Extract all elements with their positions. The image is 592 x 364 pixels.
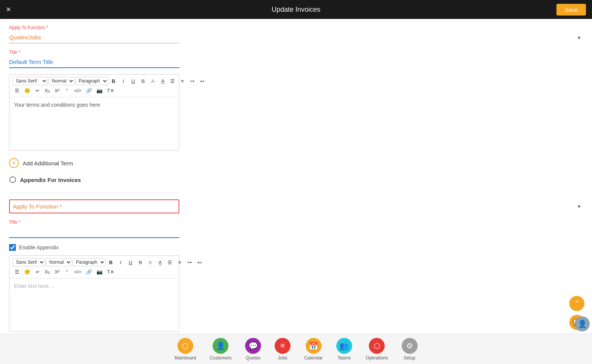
apply-function2-wrapper: Apply To Function * Quotes/Jobs Invoices… (9, 199, 583, 213)
nav-label-mainboard: Mainboard (174, 355, 196, 361)
code-button[interactable]: </> (72, 87, 83, 95)
indent2a-button[interactable]: ↦ (185, 258, 194, 266)
ordered-list-button[interactable]: ☰ (168, 77, 177, 85)
nav-item-customers[interactable]: 👤 Customers (210, 338, 232, 361)
outdent2-button[interactable]: ↤ (195, 258, 204, 266)
editor1-toolbar: Sans SerifSerifMonospace NormalSmallLarg… (9, 75, 179, 97)
code2-button[interactable]: </> (72, 268, 83, 276)
operations-icon: ⬡ (369, 338, 385, 354)
size-select[interactable]: NormalSmallLarge (48, 77, 75, 85)
outdent-button[interactable]: ↤ (197, 77, 207, 85)
appendix-label: Appendix For Invoices (20, 177, 81, 183)
editor2-container: Sans SerifSerif NormalSmall Paragraph B … (9, 255, 179, 332)
enable-appendix-checkbox[interactable] (9, 244, 16, 251)
bottom-nav: ⬡ Mainboard 👤 Customers 💬 Quotes ≡ Jobs … (0, 334, 592, 364)
title-input[interactable] (9, 56, 179, 68)
quotes-icon: 💬 (245, 338, 261, 354)
size2-select[interactable]: NormalSmall (46, 258, 72, 266)
editor1-body[interactable]: Your terms and conditions goes here (9, 97, 179, 150)
clear-format-button[interactable]: T✕ (105, 87, 116, 95)
italic-button[interactable]: I (119, 77, 128, 85)
format2-select[interactable]: Paragraph (73, 258, 106, 266)
nav-label-operations: Operations (366, 355, 388, 361)
ret2-button[interactable]: ↵ (33, 268, 42, 276)
enable-appendix-row: Enable Appendix (9, 244, 583, 251)
bold2-button[interactable]: B (106, 258, 115, 266)
indent-button[interactable]: ↦ (188, 77, 197, 85)
unordered-list-button[interactable]: ≡ (178, 77, 187, 85)
nav-label-jobs: Jobs (278, 355, 287, 361)
chevron-down-icon: ▼ (577, 35, 581, 40)
nav-item-operations[interactable]: ⬡ Operations (366, 338, 388, 361)
close-button[interactable]: × (6, 5, 11, 14)
superscript-button[interactable]: X² (53, 87, 62, 95)
link-button[interactable]: 🔗 (84, 87, 94, 95)
format-select[interactable]: ParagraphHeading 1Heading 2 (75, 77, 108, 85)
enable-appendix-label: Enable Appendix (19, 244, 59, 250)
nav-item-calendar[interactable]: 📅 Calendar (304, 338, 323, 361)
editor1-container: Sans SerifSerifMonospace NormalSmallLarg… (9, 74, 179, 151)
strikethrough-button[interactable]: S (138, 77, 148, 85)
apply-function2-select[interactable]: Apply To Function * Quotes/Jobs Invoices (9, 199, 179, 213)
olist2-button[interactable]: ☰ (165, 258, 174, 266)
font2-select[interactable]: Sans SerifSerif (12, 258, 45, 266)
nav-item-quotes[interactable]: 💬 Quotes (245, 338, 261, 361)
chevron-down-icon2: ▼ (577, 204, 581, 209)
underline2-button[interactable]: U (126, 258, 135, 266)
toolbar2-row-2: ☰ 🙂 ↵ X₂ X² “ </> 🔗 📷 T✕ (12, 268, 176, 276)
font-color-button[interactable]: A (148, 77, 157, 85)
nav-label-teams: Teams (337, 355, 351, 361)
ham2-button[interactable]: ☰ (12, 268, 22, 276)
italic2-button[interactable]: I (116, 258, 125, 266)
ulist2-button[interactable]: ≡ (175, 258, 184, 266)
hamburger-button[interactable]: ☰ (12, 87, 22, 95)
section-divider (9, 193, 179, 193)
save-button[interactable]: Save (556, 4, 586, 16)
image-button[interactable]: 📷 (95, 87, 104, 95)
clear2-button[interactable]: T✕ (105, 268, 116, 276)
add-icon: + (9, 158, 19, 168)
nav-item-teams[interactable]: 👥 Teams (336, 338, 352, 361)
title-label: Title * (9, 50, 583, 55)
emoji-button[interactable]: 🙂 (22, 87, 32, 95)
mainboard-icon: ⬡ (177, 338, 193, 354)
indent2-button[interactable]: ↵ (33, 87, 42, 95)
add-term-label: Add Additional Term (23, 160, 73, 166)
avatar[interactable]: 👤 (575, 316, 590, 331)
apply-function-label: Apply To Function * (9, 25, 583, 30)
title2-input[interactable] (9, 226, 179, 238)
editor2-body[interactable]: Enter text here ... (9, 278, 179, 331)
img2-button[interactable]: 📷 (95, 268, 104, 276)
font-select[interactable]: Sans SerifSerifMonospace (12, 77, 48, 85)
link2-button[interactable]: 🔗 (84, 268, 94, 276)
highlight-button[interactable]: A̲ (158, 77, 167, 85)
toolbar-row-1: Sans SerifSerifMonospace NormalSmallLarg… (12, 77, 176, 85)
highlight2-button[interactable]: A̲ (155, 258, 165, 266)
header: × Update Invoices Save (0, 0, 592, 19)
apply-function-wrapper: Quotes/Jobs Invoices Estimates ▼ (9, 32, 583, 44)
jobs-icon: ≡ (275, 338, 291, 354)
nav-item-setup[interactable]: ⚙ Setup (402, 338, 418, 361)
nav-item-jobs[interactable]: ≡ Jobs (275, 338, 291, 361)
toolbar2-row-1: Sans SerifSerif NormalSmall Paragraph B … (12, 258, 176, 266)
title2-label: Title * (9, 219, 583, 225)
customers-icon: 👤 (213, 338, 228, 354)
emoji2-button[interactable]: 🙂 (22, 268, 32, 276)
sup2-button[interactable]: X² (53, 268, 62, 276)
quote-button[interactable]: “ (62, 87, 71, 95)
hexagon-icon: ⬡ (9, 176, 16, 184)
bold-button[interactable]: B (109, 77, 118, 85)
nav-item-mainboard[interactable]: ⬡ Mainboard (174, 338, 196, 361)
toolbar-row-2: ☰ 🙂 ↵ X₂ X² “ </> 🔗 📷 T✕ (12, 87, 176, 95)
strike2-button[interactable]: S (136, 258, 145, 266)
editor2-toolbar: Sans SerifSerif NormalSmall Paragraph B … (9, 256, 179, 278)
sub2-button[interactable]: X₂ (43, 268, 52, 276)
add-additional-term-row[interactable]: + Add Additional Term (9, 158, 583, 168)
scroll-up-button[interactable]: ⌃ (569, 296, 584, 311)
underline-button[interactable]: U (129, 77, 138, 85)
subscript-button[interactable]: X₂ (43, 87, 52, 95)
quote2-button[interactable]: “ (62, 268, 71, 276)
apply-function-select[interactable]: Quotes/Jobs Invoices Estimates (9, 32, 179, 44)
color2-button[interactable]: A (146, 258, 155, 266)
appendix-row[interactable]: ⬡ Appendix For Invoices (9, 176, 583, 184)
